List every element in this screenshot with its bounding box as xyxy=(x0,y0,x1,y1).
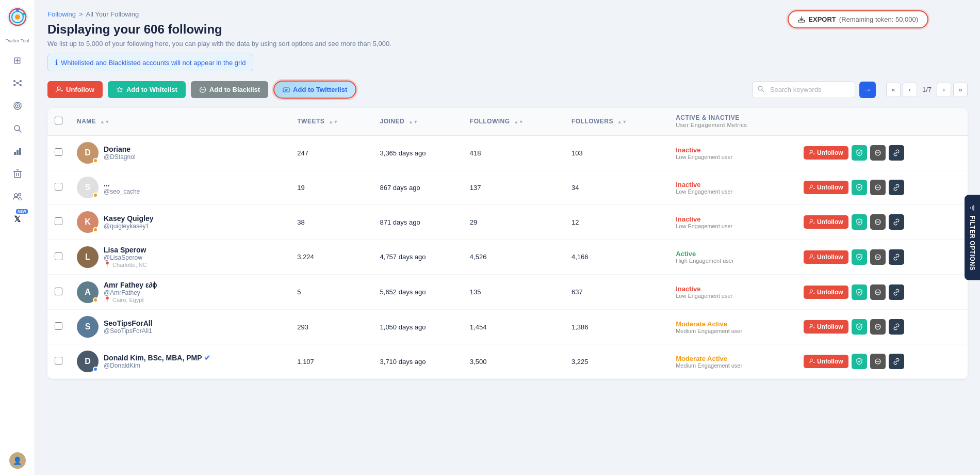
row-link-button-2[interactable] xyxy=(889,180,904,195)
row-checkbox-3[interactable] xyxy=(55,217,62,225)
row-checkbox-4[interactable] xyxy=(55,252,62,260)
export-label: EXPORT xyxy=(808,15,836,23)
row-whitelist-button-6[interactable] xyxy=(852,319,867,335)
joined-column-header[interactable]: JOINED ▲▼ xyxy=(373,108,463,135)
row-checkbox-6[interactable] xyxy=(55,322,62,330)
export-button[interactable]: EXPORT (Remaining token: 50,000) xyxy=(788,10,928,28)
row-link-button-1[interactable] xyxy=(889,145,904,161)
row-unfollow-button-5[interactable]: Unfollow xyxy=(804,286,848,299)
user-handle-5[interactable]: @AmrFathey xyxy=(104,289,157,296)
blacklist-button[interactable]: Add to Blacklist xyxy=(191,81,268,98)
user-handle-4[interactable]: @LisaSperow xyxy=(104,254,147,261)
user-handle-7[interactable]: @DonaldKim xyxy=(104,362,210,369)
sidebar-item-target[interactable] xyxy=(8,97,27,115)
row-unfollow-button-6[interactable]: Unfollow xyxy=(804,320,848,334)
app-logo[interactable] xyxy=(7,6,28,30)
row-checkbox-cell[interactable] xyxy=(47,275,70,310)
first-page-button[interactable]: « xyxy=(886,83,901,97)
user-avatar-2: S xyxy=(77,177,99,198)
row-checkbox-cell[interactable] xyxy=(47,135,70,170)
row-link-button-6[interactable] xyxy=(889,319,904,335)
row-unfollow-button-2[interactable]: Unfollow xyxy=(804,181,848,194)
status-label-7: Moderate Active xyxy=(676,355,789,362)
followers-sort-icon[interactable]: ▲▼ xyxy=(617,119,627,124)
row-blacklist-button-2[interactable] xyxy=(870,180,886,195)
row-checkbox-cell[interactable] xyxy=(47,240,70,275)
joined-cell-4: 4,757 days ago xyxy=(373,240,463,275)
sidebar-item-trash[interactable] xyxy=(8,165,27,183)
row-checkbox-1[interactable] xyxy=(55,148,62,156)
tweets-sort-icon[interactable]: ▲▼ xyxy=(329,119,338,124)
tweets-column-header[interactable]: TWEETS ▲▼ xyxy=(290,108,372,135)
user-handle-6[interactable]: @SeoTipsForAll1 xyxy=(104,327,153,335)
row-checkbox-5[interactable] xyxy=(55,288,62,295)
sidebar-item-network[interactable] xyxy=(8,74,27,92)
joined-sort-icon[interactable]: ▲▼ xyxy=(409,119,418,124)
svg-point-61 xyxy=(810,324,812,327)
user-info-2: ... @seo_cache xyxy=(104,180,140,195)
row-unfollow-button-7[interactable]: Unfollow xyxy=(804,355,848,368)
row-checkbox-cell[interactable] xyxy=(47,344,70,379)
last-page-button[interactable]: » xyxy=(953,83,968,97)
row-checkbox-cell[interactable] xyxy=(47,170,70,205)
row-blacklist-button-6[interactable] xyxy=(870,319,886,335)
row-link-button-3[interactable] xyxy=(889,214,904,230)
row-link-button-7[interactable] xyxy=(889,354,904,369)
row-blacklist-button-7[interactable] xyxy=(870,354,886,369)
row-checkbox-cell[interactable] xyxy=(47,310,70,344)
verified-icon: ✔ xyxy=(204,354,210,362)
search-go-button[interactable]: → xyxy=(859,82,876,98)
row-whitelist-button-3[interactable] xyxy=(852,214,867,230)
engagement-label-6: Medium Engagement user xyxy=(676,328,789,334)
table-row: K Kasey Quigley @quigleykasey1 38 871 da… xyxy=(47,205,968,240)
following-sort-icon[interactable]: ▲▼ xyxy=(514,119,524,124)
row-unfollow-button-1[interactable]: Unfollow xyxy=(804,146,848,160)
user-avatar-4: L xyxy=(77,246,99,268)
user-handle-2[interactable]: @seo_cache xyxy=(104,188,140,195)
sidebar-item-analytics[interactable] xyxy=(8,142,27,161)
select-all-header[interactable] xyxy=(47,108,70,135)
row-whitelist-button-1[interactable] xyxy=(852,145,867,161)
row-whitelist-button-2[interactable] xyxy=(852,180,867,195)
row-blacklist-button-1[interactable] xyxy=(870,145,886,161)
row-link-button-5[interactable] xyxy=(889,284,904,300)
whitelist-button[interactable]: Add to Whitelist xyxy=(108,81,186,98)
user-handle-3[interactable]: @quigleykasey1 xyxy=(104,223,154,230)
followers-column-header[interactable]: FOLLOWERS ▲▼ xyxy=(564,108,668,135)
row-whitelist-button-5[interactable] xyxy=(852,284,867,300)
next-page-button[interactable]: › xyxy=(937,83,951,97)
search-input[interactable] xyxy=(752,81,855,98)
breadcrumb-parent[interactable]: Following xyxy=(47,10,76,18)
row-checkbox-cell[interactable] xyxy=(47,205,70,240)
row-unfollow-button-3[interactable]: Unfollow xyxy=(804,215,848,229)
followers-cell-6: 1,386 xyxy=(564,310,668,344)
row-checkbox-7[interactable] xyxy=(55,357,62,365)
row-whitelist-button-7[interactable] xyxy=(852,354,867,369)
following-column-header[interactable]: FOLLOWING ▲▼ xyxy=(463,108,564,135)
following-cell-5: 135 xyxy=(463,275,564,310)
name-sort-icon[interactable]: ▲▼ xyxy=(100,119,110,124)
svg-point-57 xyxy=(810,290,812,292)
user-handle-1[interactable]: @DStagnol xyxy=(104,153,136,161)
filter-options-tab[interactable]: FILTER OPTIONS xyxy=(965,195,980,280)
user-avatar[interactable]: 👤 xyxy=(9,452,26,469)
twitterlist-button[interactable]: Add to Twitterlist xyxy=(273,81,356,99)
row-blacklist-button-4[interactable] xyxy=(870,249,886,265)
row-whitelist-button-4[interactable] xyxy=(852,249,867,265)
row-checkbox-2[interactable] xyxy=(55,183,62,191)
prev-page-button[interactable]: ‹ xyxy=(903,83,917,97)
row-link-button-4[interactable] xyxy=(889,249,904,265)
svg-rect-36 xyxy=(283,88,289,92)
sidebar-item-x[interactable]: 𝕏 NEW xyxy=(8,210,27,229)
row-blacklist-button-5[interactable] xyxy=(870,284,886,300)
unfollow-button[interactable]: Unfollow xyxy=(47,81,103,98)
row-unfollow-button-4[interactable]: Unfollow xyxy=(804,250,848,264)
select-all-checkbox[interactable] xyxy=(55,117,62,124)
name-column-header[interactable]: NAME ▲▼ xyxy=(70,108,290,135)
row-blacklist-button-3[interactable] xyxy=(870,214,886,230)
tweets-cell-1: 247 xyxy=(290,135,372,170)
sidebar-item-search[interactable] xyxy=(8,119,27,138)
sidebar-item-users[interactable] xyxy=(8,187,27,206)
sidebar-item-dashboard[interactable]: ⊞ xyxy=(8,51,27,70)
status-cell-3: Inactive Low Engagement user xyxy=(668,205,796,240)
